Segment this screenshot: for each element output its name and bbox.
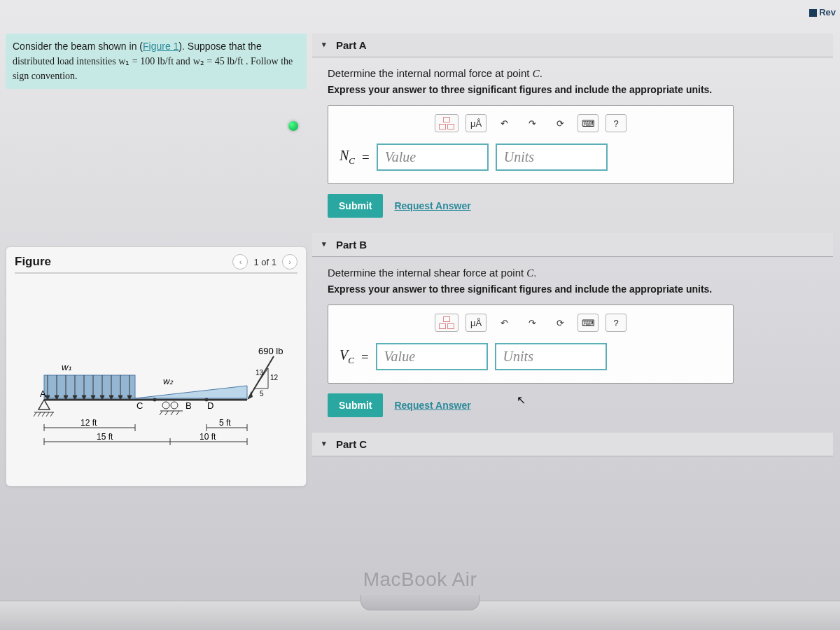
part-a-toolbar: μÅ ↶ ↷ ⟳ ⌨ ? xyxy=(340,114,722,132)
prompt-text: ). Suppose that the xyxy=(178,41,261,52)
part-a-submit-row: Submit Request Answer xyxy=(328,194,825,218)
part-a-section: Part A Determine the internal normal for… xyxy=(312,34,833,223)
svg-point-50 xyxy=(205,398,209,402)
prompt-line2: distributed load intensities w₁ = 100 lb… xyxy=(13,56,190,66)
svg-marker-1 xyxy=(38,400,50,410)
problem-prompt: Consider the beam shown in (Figure 1). S… xyxy=(6,34,307,89)
figure-counter: 1 of 1 xyxy=(253,257,276,267)
part-b-answer-box: μÅ ↶ ↷ ⟳ ⌨ ? VC = xyxy=(328,304,734,384)
svg-point-8 xyxy=(171,402,178,409)
part-b-instruction: Determine the internal shear force at po… xyxy=(328,267,825,279)
svg-text:10 ft: 10 ft xyxy=(200,432,216,442)
svg-line-6 xyxy=(46,412,49,416)
laptop-brand: MacBook Air xyxy=(0,568,840,591)
part-b-title: Part B xyxy=(336,239,367,251)
svg-text:A: A xyxy=(40,388,46,399)
part-a-hint: Express your answer to three significant… xyxy=(328,84,825,95)
request-answer-link[interactable]: Request Answer xyxy=(394,400,470,411)
undo-icon[interactable]: ↶ xyxy=(493,314,514,332)
part-b-header[interactable]: Part B xyxy=(312,233,833,257)
svg-text:690 lb: 690 lb xyxy=(258,346,283,356)
svg-line-12 xyxy=(165,411,168,415)
help-button[interactable]: ? xyxy=(606,114,626,132)
part-b-input-row: VC = xyxy=(340,343,722,370)
keyboard-icon[interactable]: ⌨ xyxy=(578,314,598,332)
main-container: Consider the beam shown in (Figure 1). S… xyxy=(0,0,840,630)
symbols-button[interactable]: μÅ xyxy=(465,314,486,332)
svg-point-9 xyxy=(162,402,169,409)
value-input[interactable] xyxy=(377,144,489,171)
submit-button[interactable]: Submit xyxy=(328,194,383,218)
variable-label: NC xyxy=(340,148,355,167)
variable-label: VC xyxy=(340,347,354,366)
reset-icon[interactable]: ⟳ xyxy=(550,114,570,132)
svg-text:5 ft: 5 ft xyxy=(219,418,231,428)
reset-icon[interactable]: ⟳ xyxy=(550,314,570,332)
svg-marker-36 xyxy=(135,386,247,398)
svg-rect-15 xyxy=(44,375,135,398)
figure-next-button[interactable]: › xyxy=(282,254,298,270)
symbols-button[interactable]: μÅ xyxy=(465,114,486,132)
status-dot-icon xyxy=(288,121,298,131)
part-c-section: Part C xyxy=(312,433,833,456)
keyboard-icon[interactable]: ⌨ xyxy=(578,114,598,132)
templates-icon[interactable] xyxy=(435,314,458,332)
figure-nav: ‹ 1 of 1 › xyxy=(232,254,298,270)
part-a-input-row: NC = xyxy=(340,144,722,171)
part-b-section: Part B Determine the internal shear forc… xyxy=(312,233,833,423)
svg-point-51 xyxy=(153,398,157,402)
part-a-answer-box: μÅ ↶ ↷ ⟳ ⌨ ? NC = xyxy=(328,105,734,184)
part-a-header[interactable]: Part A xyxy=(312,34,833,57)
review-link[interactable]: Rev xyxy=(809,7,836,18)
laptop-notch xyxy=(360,595,479,610)
svg-text:12: 12 xyxy=(270,374,279,382)
part-a-body: Determine the internal normal force at p… xyxy=(312,57,833,223)
svg-line-4 xyxy=(38,412,41,416)
figure-panel: Figure ‹ 1 of 1 › xyxy=(6,246,307,486)
value-input[interactable] xyxy=(376,343,488,370)
svg-text:w₂: w₂ xyxy=(163,376,174,386)
svg-text:13: 13 xyxy=(255,369,264,377)
bookmark-icon xyxy=(809,9,817,17)
svg-line-11 xyxy=(160,411,162,415)
part-b-toolbar: μÅ ↶ ↷ ⟳ ⌨ ? xyxy=(340,314,722,332)
redo-icon[interactable]: ↷ xyxy=(522,114,542,132)
svg-line-13 xyxy=(171,411,174,415)
figure-prev-button[interactable]: ‹ xyxy=(232,254,248,270)
figure-title: Figure xyxy=(15,255,51,269)
templates-icon[interactable] xyxy=(435,114,458,132)
svg-text:15 ft: 15 ft xyxy=(97,432,113,442)
request-answer-link[interactable]: Request Answer xyxy=(394,200,470,211)
units-input[interactable] xyxy=(495,343,607,370)
part-c-title: Part C xyxy=(336,438,367,450)
figure-link[interactable]: Figure 1 xyxy=(143,41,178,52)
redo-icon[interactable]: ↷ xyxy=(522,314,542,332)
left-column: Consider the beam shown in (Figure 1). S… xyxy=(6,34,307,623)
svg-text:D: D xyxy=(207,400,214,411)
units-input[interactable] xyxy=(496,144,608,171)
svg-line-3 xyxy=(34,412,36,416)
svg-text:12 ft: 12 ft xyxy=(80,418,97,428)
svg-text:5: 5 xyxy=(260,390,264,398)
part-a-instruction: Determine the internal normal force at p… xyxy=(328,67,825,80)
prompt-text: Consider the beam shown in ( xyxy=(13,41,143,52)
part-b-hint: Express your answer to three significant… xyxy=(328,284,825,295)
svg-line-14 xyxy=(176,411,179,415)
equals-sign: = xyxy=(361,349,369,365)
svg-text:w₁: w₁ xyxy=(62,362,71,372)
figure-image: 13 12 5 690 lb A C B D w₁ w₂ xyxy=(15,288,298,465)
figure-header: Figure ‹ 1 of 1 › xyxy=(15,254,298,274)
svg-text:C: C xyxy=(136,400,143,411)
part-b-submit-row: Submit Request Answer xyxy=(328,393,825,417)
svg-line-7 xyxy=(50,412,53,416)
part-c-header[interactable]: Part C xyxy=(312,433,833,456)
svg-line-5 xyxy=(42,412,45,416)
right-column: Part A Determine the internal normal for… xyxy=(312,34,833,623)
equals-sign: = xyxy=(362,150,370,165)
part-a-title: Part A xyxy=(336,39,367,51)
svg-text:B: B xyxy=(186,400,192,411)
undo-icon[interactable]: ↶ xyxy=(493,114,514,132)
part-b-body: Determine the internal shear force at po… xyxy=(312,257,833,423)
submit-button[interactable]: Submit xyxy=(328,393,383,417)
help-button[interactable]: ? xyxy=(606,314,626,332)
